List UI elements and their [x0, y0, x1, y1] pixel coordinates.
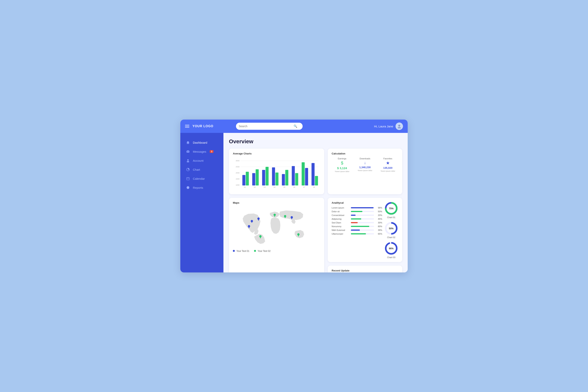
downloads-item: Downloads ↓ 1,340,230 *lorem ipsum dolor [354, 158, 376, 172]
analytical-label: Adipiscing [332, 218, 349, 220]
svg-text:2000: 2000 [236, 172, 240, 174]
analytical-row: Sed Diam 30% [332, 222, 382, 224]
sidebar-item-dashboard[interactable]: Dashboard [180, 138, 224, 146]
analytical-pct: 39% [376, 229, 382, 231]
average-charts-title: Average Charts [233, 152, 320, 155]
messages-badge: 3 [210, 150, 213, 153]
favorites-sub: *lorem ipsum dolor [380, 170, 395, 172]
downloads-label: Downloads [360, 158, 370, 160]
top-grid: Average Charts 3000 2500 2000 [229, 148, 402, 194]
bar-chart-area: 3000 2500 2000 1500 1000 [233, 158, 320, 191]
map-svg [233, 206, 320, 248]
map-container [233, 206, 320, 248]
analytical-label: Nibh Euismod [332, 229, 349, 231]
donut-chart01: 75% Chart 01 [384, 201, 398, 218]
svg-point-3 [187, 159, 188, 161]
analytical-row: Ullamcorper 65% [332, 233, 382, 235]
calendar-icon [186, 177, 190, 180]
svg-text:3000: 3000 [236, 160, 240, 162]
donut-svg-chart02: 50% [384, 221, 398, 236]
chart-icon [186, 168, 190, 171]
analytical-bar-bg [351, 233, 374, 234]
analytical-bar-bg [351, 230, 374, 231]
analytical-pct: 50% [376, 210, 382, 213]
svg-point-4 [187, 161, 189, 162]
home-icon [186, 141, 190, 144]
search-icon: 🔍 [294, 124, 297, 128]
donut-chart03: 96% Chart 03 [384, 241, 398, 258]
analytical-bar-fill [351, 222, 358, 223]
svg-text:1000: 1000 [236, 184, 240, 186]
search-input-wrap: 🔍 [236, 123, 302, 130]
header-left: YOUR LOGO [185, 124, 236, 128]
analytical-bar-fill [351, 233, 366, 234]
sidebar-item-messages[interactable]: Messages 3 [180, 148, 224, 156]
content-area: Overview Average Charts [224, 133, 408, 272]
svg-text:01: 01 [244, 186, 246, 188]
avatar-icon [397, 124, 402, 128]
svg-text:07: 07 [303, 186, 305, 188]
messages-icon [186, 150, 190, 153]
sidebar-item-calendar[interactable]: Calendar [180, 174, 224, 183]
main-layout: Dashboard Messages 3 Account [180, 133, 408, 272]
app-container: YOUR LOGO 🔍 Hi, Laura Jane [180, 120, 408, 272]
svg-text:96%: 96% [389, 247, 394, 250]
analytical-row: Consectetuer 20% [332, 214, 382, 216]
map-legend: Your Text 01 Your Text 02 [233, 250, 320, 252]
analytical-bar-fill [351, 207, 374, 208]
legend-dot-2 [254, 250, 256, 252]
greeting-text: Hi, Laura Jane [374, 125, 393, 128]
account-icon [186, 159, 190, 162]
analytical-section: Analitycal Lorem ipsum 98% Dolor sit 50%… [332, 201, 382, 258]
analytical-card: Analitycal Lorem ipsum 98% Dolor sit 50%… [328, 198, 402, 262]
analytical-label: Consectetuer [332, 214, 349, 216]
calculation-title: Calculation [332, 152, 398, 155]
donut-label-chart02: Chart 02 [387, 236, 395, 238]
analytical-bar-bg [351, 218, 374, 220]
svg-rect-22 [242, 175, 246, 186]
donut-section: 75% Chart 01 50% Chart 02 96% Chart 03 [384, 201, 398, 258]
legend-item-2: Your Text 02 [254, 250, 270, 252]
analytical-bar-bg [351, 214, 374, 216]
average-charts-card: Average Charts 3000 2500 2000 [229, 148, 324, 194]
analytical-bar-fill [351, 230, 360, 231]
search-bar: 🔍 [236, 123, 374, 130]
earnings-value: $ 3,124 [337, 166, 347, 170]
donut-label-chart01: Chart 01 [387, 216, 395, 218]
analytical-rows: Lorem ipsum 98% Dolor sit 50% Consectetu… [332, 206, 382, 235]
svg-rect-31 [286, 170, 288, 186]
favorites-item: Favorites ★ 135,020 *lorem ipsum dolor [377, 158, 398, 172]
analytical-pct: 98% [376, 206, 382, 209]
analytical-row: Adipiscing 45% [332, 218, 382, 220]
analytical-pct: 20% [376, 214, 382, 216]
sidebar-item-chart[interactable]: Chart [180, 166, 224, 174]
search-input[interactable] [239, 125, 294, 128]
svg-rect-27 [266, 167, 269, 186]
svg-rect-25 [256, 169, 259, 186]
legend-item-1: Your Text 01 [233, 250, 249, 252]
analytical-bar-fill [351, 226, 369, 227]
favorites-value: 135,020 [383, 166, 392, 169]
favorites-label: Favorites [384, 158, 392, 160]
sidebar-item-account[interactable]: Account [180, 156, 224, 165]
sidebar-item-reports[interactable]: ! Reports [180, 184, 224, 192]
analytical-pct: 65% [376, 233, 382, 235]
donut-svg-chart01: 75% [384, 201, 398, 216]
svg-text:2500: 2500 [236, 166, 240, 168]
analytical-pct: 30% [376, 222, 382, 224]
svg-point-56 [284, 215, 286, 217]
hamburger-menu[interactable] [185, 125, 189, 128]
earnings-item: Earnings $ $ 3,124 *lorem ipsum dolor [332, 158, 352, 172]
bottom-grid: Maps [229, 198, 402, 272]
analytical-row: Nibh Euismod 39% [332, 229, 382, 231]
svg-text:50%: 50% [389, 227, 394, 230]
analytical-label: Nonummy [332, 225, 349, 228]
recent-update-title: Recent Update [332, 269, 398, 272]
svg-text:!: ! [188, 186, 188, 189]
user-area: Hi, Laura Jane [374, 122, 403, 130]
svg-point-48 [257, 218, 260, 220]
svg-rect-23 [246, 172, 249, 186]
svg-rect-6 [186, 178, 189, 180]
svg-rect-36 [312, 163, 314, 186]
svg-point-60 [297, 233, 300, 236]
